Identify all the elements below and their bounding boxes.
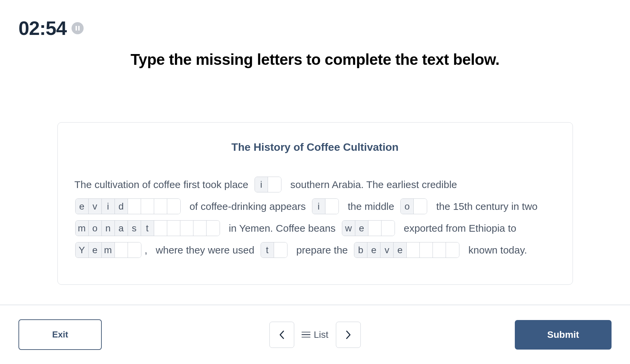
text-segment: in Yemen. Coffee beans bbox=[223, 217, 339, 239]
letter-cell-empty[interactable] bbox=[414, 199, 427, 214]
letter-blank[interactable]: we bbox=[342, 220, 395, 236]
footer-bar: Exit List Submit bbox=[0, 305, 630, 364]
letter-cell-empty[interactable] bbox=[167, 199, 180, 214]
letter-blank[interactable]: evid bbox=[75, 198, 181, 214]
letter-cell-empty[interactable] bbox=[446, 242, 459, 258]
text-segment: southern Arabia. The earliest credible bbox=[285, 174, 457, 195]
letter-cell-filled: o bbox=[89, 221, 102, 236]
list-icon bbox=[302, 332, 310, 338]
letter-cell-filled: e bbox=[394, 242, 407, 258]
letter-cell-empty[interactable] bbox=[193, 221, 207, 236]
letter-cell-filled: d bbox=[115, 199, 128, 214]
letter-blank[interactable]: monast bbox=[75, 220, 220, 236]
letter-cell-empty[interactable] bbox=[368, 221, 381, 236]
letter-cell-empty[interactable] bbox=[128, 199, 141, 214]
instruction-heading: Type the missing letters to complete the… bbox=[0, 50, 630, 69]
letter-cell-filled: n bbox=[102, 221, 115, 236]
letter-cell-empty[interactable] bbox=[433, 242, 446, 258]
letter-cell-empty[interactable] bbox=[154, 221, 167, 236]
letter-cell-filled: i bbox=[255, 177, 268, 192]
submit-button[interactable]: Submit bbox=[515, 320, 612, 350]
text-segment: , where they were used bbox=[145, 239, 257, 261]
timer-section: 02:54 bbox=[18, 17, 84, 39]
letter-cell-filled: s bbox=[128, 221, 141, 236]
passage-box: The History of Coffee Cultivation The cu… bbox=[57, 122, 573, 285]
letter-cell-filled: e bbox=[367, 242, 380, 258]
letter-blank[interactable]: i bbox=[312, 198, 339, 214]
letter-cell-filled: e bbox=[355, 221, 368, 236]
list-label: List bbox=[314, 329, 328, 340]
letter-blank[interactable]: i bbox=[255, 177, 281, 192]
letter-cell-empty[interactable] bbox=[141, 199, 154, 214]
text-line: The cultivation of coffee first took pla… bbox=[75, 174, 556, 195]
text-segment: exported from Ethiopia to bbox=[398, 217, 516, 239]
letter-cell-filled: m bbox=[102, 242, 115, 258]
letter-cell-empty[interactable] bbox=[115, 242, 128, 258]
letter-cell-filled: b bbox=[354, 242, 367, 258]
text-segment: the 15th century in two bbox=[431, 195, 538, 217]
letter-blank[interactable]: o bbox=[400, 198, 427, 214]
letter-cell-empty[interactable] bbox=[154, 199, 167, 214]
letter-cell-empty[interactable] bbox=[167, 221, 180, 236]
letter-cell-empty[interactable] bbox=[268, 177, 281, 192]
text-line: Yem, where they were used t prepare the … bbox=[75, 239, 556, 261]
chevron-right-icon bbox=[345, 330, 351, 339]
text-segment: the middle bbox=[342, 195, 397, 217]
text-line: evid of coffee-drinking appears i the mi… bbox=[75, 195, 556, 217]
letter-cell-filled: v bbox=[89, 199, 102, 214]
letter-cell-filled: v bbox=[380, 242, 394, 258]
next-button[interactable] bbox=[336, 322, 361, 348]
list-button[interactable]: List bbox=[302, 329, 328, 340]
letter-cell-filled: Y bbox=[76, 242, 89, 258]
pause-icon bbox=[76, 26, 80, 31]
letter-cell-filled: m bbox=[76, 221, 89, 236]
exit-button[interactable]: Exit bbox=[18, 319, 102, 350]
letter-cell-filled: t bbox=[261, 242, 274, 258]
text-segment: known today. bbox=[463, 239, 527, 261]
passage-body: The cultivation of coffee first took pla… bbox=[75, 174, 556, 261]
letter-cell-filled: e bbox=[76, 199, 89, 214]
letter-cell-filled: i bbox=[312, 199, 325, 214]
nav-center: List bbox=[269, 322, 361, 348]
passage-title: The History of Coffee Cultivation bbox=[75, 141, 556, 153]
letter-cell-empty[interactable] bbox=[325, 199, 339, 214]
text-segment: The cultivation of coffee first took pla… bbox=[75, 174, 251, 195]
letter-cell-empty[interactable] bbox=[381, 221, 395, 236]
text-line: monast in Yemen. Coffee beans we exporte… bbox=[75, 217, 556, 239]
prev-button[interactable] bbox=[269, 322, 294, 348]
chevron-left-icon bbox=[279, 330, 285, 339]
timer-display: 02:54 bbox=[18, 17, 66, 39]
letter-cell-empty[interactable] bbox=[407, 242, 420, 258]
pause-button[interactable] bbox=[72, 22, 84, 34]
letter-cell-empty[interactable] bbox=[180, 221, 193, 236]
letter-blank[interactable]: beve bbox=[354, 242, 459, 258]
letter-cell-filled: o bbox=[401, 199, 414, 214]
letter-cell-filled: w bbox=[342, 221, 355, 236]
letter-cell-filled: i bbox=[102, 199, 115, 214]
letter-cell-empty[interactable] bbox=[128, 242, 141, 258]
letter-cell-empty[interactable] bbox=[207, 221, 220, 236]
letter-cell-filled: a bbox=[115, 221, 128, 236]
letter-cell-filled: t bbox=[141, 221, 154, 236]
text-segment: prepare the bbox=[291, 239, 351, 261]
letter-blank[interactable]: t bbox=[261, 242, 287, 258]
text-segment: of coffee-drinking appears bbox=[184, 195, 309, 217]
letter-cell-empty[interactable] bbox=[420, 242, 433, 258]
letter-blank[interactable]: Yem bbox=[75, 242, 141, 258]
letter-cell-filled: e bbox=[89, 242, 102, 258]
letter-cell-empty[interactable] bbox=[274, 242, 287, 258]
